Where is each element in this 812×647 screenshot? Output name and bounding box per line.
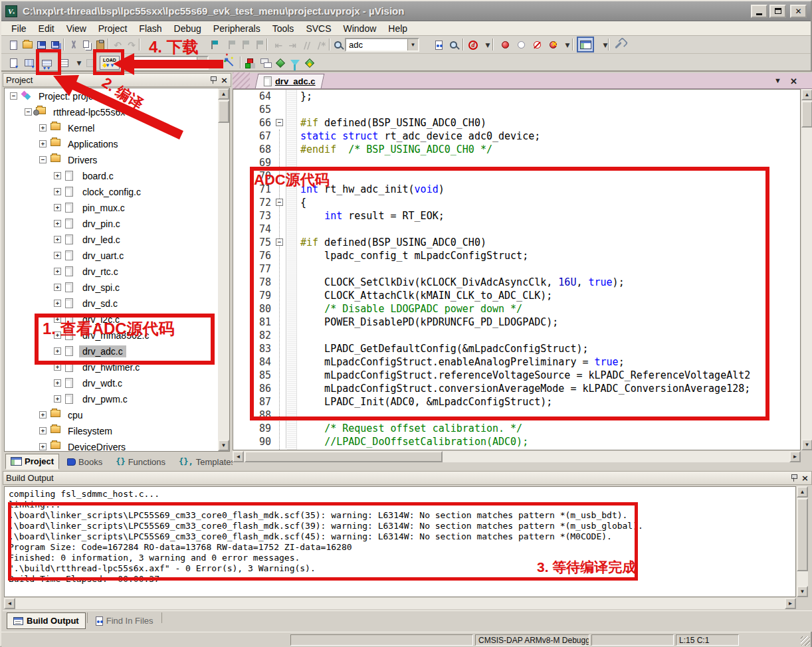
tree-item-devicedrivers[interactable]: +DeviceDrivers: [5, 439, 229, 452]
expand-icon[interactable]: +: [39, 411, 47, 418]
tree-item-drv-sd-c[interactable]: +drv_sd.c: [5, 296, 229, 312]
bottom-tab-build-output[interactable]: Build Output: [7, 612, 86, 629]
find-in-files-icon[interactable]: [432, 38, 445, 52]
scroll-down-icon[interactable]: ▼: [797, 586, 808, 597]
window-layout-icon[interactable]: [577, 37, 594, 52]
code-line-68[interactable]: 68#endif /* BSP_USING_ADC0_CH0 */: [233, 143, 800, 156]
tree-item-drivers[interactable]: −Drivers: [5, 152, 229, 168]
tree-scrollbar[interactable]: ▲ ▼: [218, 88, 229, 451]
debug-session-icon[interactable]: d: [466, 38, 480, 52]
scroll-left-icon[interactable]: ◄: [233, 451, 244, 462]
expand-icon[interactable]: +: [54, 300, 61, 307]
tree-item-drv-uart-c[interactable]: +drv_uart.c: [5, 248, 229, 264]
breakpoint-enable-icon[interactable]: [514, 38, 528, 52]
scroll-up-icon[interactable]: ▲: [801, 89, 812, 100]
tree-item-cpu[interactable]: +cpu: [5, 407, 229, 423]
expand-icon[interactable]: +: [54, 236, 61, 243]
bookmark-prev-icon[interactable]: [225, 38, 238, 52]
tree-item-applications[interactable]: +Applications: [5, 136, 229, 152]
build-vertical-scrollbar[interactable]: ▲ ▼: [797, 486, 808, 597]
breakpoint-disable-icon[interactable]: [530, 38, 544, 52]
menu-item-project[interactable]: Project: [92, 21, 134, 36]
menu-item-view[interactable]: View: [60, 21, 92, 36]
panel-tab-functions[interactable]: {}Functions: [110, 454, 171, 470]
tree-item-drv-rtc-c[interactable]: +drv_rtc.c: [5, 264, 229, 280]
configure-icon[interactable]: [611, 38, 625, 52]
select-software-packs-icon[interactable]: [274, 56, 287, 70]
expand-icon[interactable]: +: [54, 172, 61, 179]
expand-icon[interactable]: +: [54, 284, 61, 291]
build-icon[interactable]: [23, 56, 36, 70]
manage-project-items-icon[interactable]: [243, 56, 256, 70]
manage-multi-project-icon[interactable]: [259, 56, 272, 70]
bookmark-toggle-icon[interactable]: [207, 38, 221, 52]
pack-installer-icon[interactable]: [288, 56, 302, 70]
expand-icon[interactable]: +: [54, 204, 61, 211]
tree-item-clock-config-c[interactable]: +clock_config.c: [5, 184, 229, 200]
expand-icon[interactable]: +: [54, 268, 61, 275]
editor-vertical-scrollbar[interactable]: ▲ ▼: [801, 89, 812, 450]
incremental-find-icon[interactable]: [447, 38, 460, 52]
menu-item-edit[interactable]: Edit: [33, 21, 60, 36]
tree-item-drv-pwm-c[interactable]: +drv_pwm.c: [5, 391, 229, 407]
options-for-target-icon[interactable]: [223, 56, 237, 70]
cut-icon[interactable]: [67, 38, 80, 52]
code-line-64[interactable]: 64};: [233, 90, 800, 103]
scrollbar-thumb[interactable]: [218, 100, 229, 123]
code-line-67[interactable]: 67static struct rt_adc_device adc0_devic…: [233, 130, 800, 143]
breakpoint-menu-icon[interactable]: ▼: [561, 38, 574, 52]
tree-item-rtthread-lpc55s6x[interactable]: −rtthread-lpc55s6x: [5, 104, 229, 120]
redo-icon[interactable]: ↷: [125, 38, 138, 52]
debug-menu-icon[interactable]: ▼: [481, 38, 494, 52]
outdent-icon[interactable]: ⇤: [272, 38, 285, 52]
bottom-tab-find-in-files[interactable]: Find In Files: [89, 612, 160, 629]
expand-icon[interactable]: +: [54, 395, 61, 403]
expand-icon[interactable]: +: [39, 124, 47, 132]
code-line-90[interactable]: 90 //LPADC_DoOffsetCalibration(ADC0);: [233, 435, 800, 448]
configure-find-icon[interactable]: [332, 38, 345, 52]
menu-item-flash[interactable]: Flash: [133, 21, 167, 36]
target-combobox[interactable]: rtthread-lpc55s6x▼: [129, 56, 209, 70]
translate-icon[interactable]: [7, 56, 20, 70]
menu-item-file[interactable]: File: [5, 21, 33, 36]
breakpoint-kill-all-icon[interactable]: [546, 38, 559, 52]
new-file-icon[interactable]: [7, 38, 20, 52]
close-panel-icon[interactable]: ×: [801, 474, 809, 482]
menu-item-svcs[interactable]: SVCS: [300, 21, 337, 36]
editor-tab-drv-adc[interactable]: drv_adc.c: [255, 74, 324, 88]
close-document-icon[interactable]: ✕: [790, 76, 797, 86]
scroll-down-icon[interactable]: ▼: [218, 440, 229, 451]
scrollbar-thumb[interactable]: [797, 498, 808, 571]
expand-icon[interactable]: +: [54, 220, 61, 227]
tree-item-kernel[interactable]: +Kernel: [5, 120, 229, 136]
minimize-button[interactable]: [751, 5, 767, 18]
scroll-right-icon[interactable]: ►: [785, 598, 796, 609]
panel-tab-project[interactable]: Project: [5, 454, 59, 470]
manage-rte-icon[interactable]: [303, 56, 316, 70]
scrollbar-thumb[interactable]: [245, 451, 443, 462]
window-layout-menu-icon[interactable]: ▼: [599, 38, 612, 52]
close-button[interactable]: ✕: [790, 5, 807, 18]
tree-item-drv-pin-c[interactable]: +drv_pin.c: [5, 216, 229, 232]
copy-icon[interactable]: [80, 38, 94, 52]
target-combobox-dropdown-icon[interactable]: ▼: [197, 57, 207, 68]
code-line-65[interactable]: 65: [233, 103, 800, 116]
menu-item-peripherals[interactable]: Peripherals: [207, 21, 266, 36]
tree-item-board-c[interactable]: +board.c: [5, 168, 229, 184]
expand-icon[interactable]: +: [54, 188, 61, 195]
code-line-89[interactable]: 89 /* Request offset calibration. */: [233, 422, 800, 435]
search-combobox[interactable]: adc▼: [345, 38, 419, 52]
panel-tab-books[interactable]: Books: [62, 454, 108, 470]
close-panel-icon[interactable]: ×: [221, 76, 228, 84]
scroll-left-icon[interactable]: ◄: [4, 598, 15, 609]
resize-grip[interactable]: [801, 636, 810, 646]
menu-item-debug[interactable]: Debug: [168, 21, 207, 36]
tree-item-filesystem[interactable]: +Filesystem: [5, 423, 229, 439]
open-file-icon[interactable]: [21, 38, 34, 52]
code-line-66[interactable]: 66−#if defined(BSP_USING_ADC0_CH0): [233, 116, 800, 130]
tree-item-pin-mux-c[interactable]: +pin_mux.c: [5, 200, 229, 216]
indent-icon[interactable]: ⇥: [286, 38, 299, 52]
scroll-down-icon[interactable]: ▼: [801, 439, 812, 450]
tree-item-drv-wdt-c[interactable]: +drv_wdt.c: [5, 375, 229, 391]
expand-icon[interactable]: +: [39, 427, 47, 434]
